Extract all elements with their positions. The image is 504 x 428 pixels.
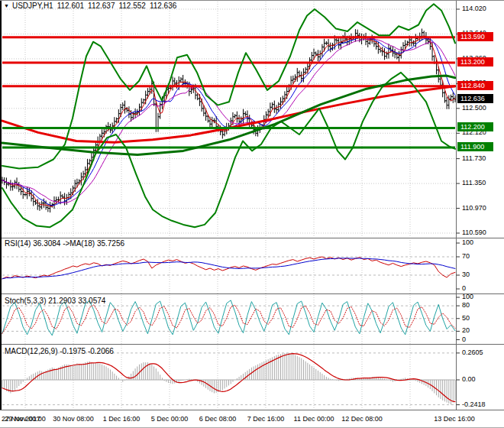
ohlc-close: 112.636	[150, 2, 176, 10]
price-label-resistance: 113.590	[457, 32, 493, 41]
chart-header: ▼USDJPY,H1112.601112.637112.552112.636	[4, 2, 176, 10]
time-axis-label: 13 Dec 16:00	[420, 415, 489, 423]
price-scale-tick: 114.020	[462, 5, 486, 12]
chart-title: USDJPY,H1	[12, 2, 53, 10]
macd-indicator-label: MACD(12,26,9) -0.1975 -0.2066	[5, 347, 114, 355]
rsi-scale-tick: 0	[462, 284, 466, 292]
price-scale-tick: 110.970	[462, 204, 486, 212]
macd-scale-tick: 0.00	[462, 375, 476, 383]
symbol-dropdown-arrow-icon[interactable]: ▼	[4, 3, 9, 8]
price-scale-tick: 111.350	[462, 179, 486, 186]
price-label-support: 111.900	[457, 142, 493, 151]
chart-canvas[interactable]	[0, 0, 504, 428]
price-scale[interactable]: 114.020113.640113.260112.880112.500112.1…	[457, 0, 504, 410]
trading-chart-window: ▼USDJPY,H1112.601112.637112.552112.636 R…	[0, 0, 504, 428]
stoch-scale-tick: 20	[462, 326, 470, 334]
macd-scale-tick: 0.2605	[462, 349, 483, 356]
rsi-scale-tick: 70	[462, 252, 470, 260]
rsi-scale-tick: 100	[462, 238, 473, 246]
stoch-scale-tick: 50	[462, 314, 470, 322]
stoch-scale-tick: 80	[462, 301, 470, 309]
macd-scale-tick: -0.2418	[462, 400, 486, 408]
price-label-resistance: 113.200	[457, 57, 493, 66]
price-label-resistance: 112.840	[457, 81, 493, 90]
ohlc-open: 112.601	[57, 2, 84, 10]
price-scale-tick: 110.590	[462, 229, 486, 236]
price-scale-tick: 112.500	[462, 104, 486, 112]
time-scale[interactable]: 27 Nov 201729 Nov 00:0030 Nov 08:001 Dec…	[0, 410, 504, 428]
rsi-indicator-label: RSI(14) 36.3084 ->MA(18) 35.7256	[5, 239, 124, 248]
price-scale-tick: 111.730	[462, 154, 486, 162]
stochastic-indicator-label: Stoch(5,3,3) 21.2903 33.0574	[5, 297, 105, 305]
price-label-support: 112.200	[457, 122, 493, 131]
price-label-current: 112.636	[457, 94, 493, 103]
rsi-scale-tick: 30	[462, 271, 470, 278]
stoch-scale-tick: 100	[462, 293, 473, 300]
stoch-scale-tick: 0	[462, 336, 466, 343]
ohlc-low: 112.552	[118, 2, 145, 10]
ohlc-high: 112.637	[88, 2, 115, 10]
time-axis-label: 12 Dec 08:00	[328, 415, 396, 423]
